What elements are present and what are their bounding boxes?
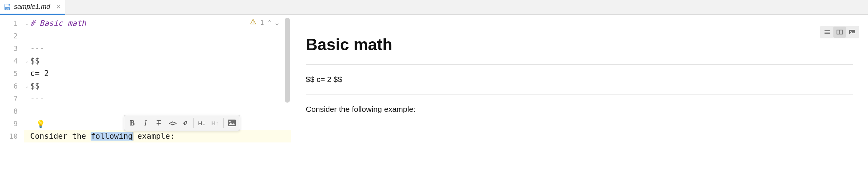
line-number: 7 xyxy=(0,92,18,105)
code-area[interactable]: # Basic math --- $$ c= 2 $$ --- Consider… xyxy=(29,15,291,186)
strikethrough-button[interactable]: T xyxy=(152,116,165,130)
svg-point-13 xyxy=(850,31,851,32)
line-number-gutter: 1 2 3 4 5 6 7 8 9 10 xyxy=(0,15,24,186)
fold-column: ⌄ ⌄ ⌄ xyxy=(24,15,29,186)
preview-math: $$ c= 2 $$ xyxy=(306,75,853,84)
preview-paragraph: Consider the following example: xyxy=(306,105,853,114)
lightbulb-icon[interactable]: 💡 xyxy=(36,120,45,128)
preview-view-toggle xyxy=(820,26,859,38)
text-selection: following xyxy=(91,132,133,141)
line-number: 4 xyxy=(0,55,18,67)
code-line[interactable]: $$ xyxy=(29,55,291,67)
toolbar-separator xyxy=(223,118,224,128)
tab-bar: MD sample1.md ✕ xyxy=(0,0,868,15)
line-number: 2 xyxy=(0,30,18,42)
code-line[interactable]: --- xyxy=(29,92,291,105)
tab-filename: sample1.md xyxy=(14,3,50,11)
svg-text:MD: MD xyxy=(6,7,9,10)
heading-up-button[interactable]: H↑ xyxy=(209,116,222,130)
link-button[interactable] xyxy=(179,116,192,130)
fold-marker[interactable]: ⌄ xyxy=(24,80,29,92)
svg-rect-5 xyxy=(228,120,236,126)
svg-rect-4 xyxy=(253,23,253,24)
line-number: 3 xyxy=(0,42,18,55)
format-toolbar: B I T <> H↓ H↑ xyxy=(124,115,240,131)
editor-scrollbar[interactable] xyxy=(285,18,290,103)
line-number: 5 xyxy=(0,67,18,80)
markdown-file-icon: MD xyxy=(4,4,11,10)
bold-button[interactable]: B xyxy=(126,116,139,130)
preview-heading: Basic math xyxy=(306,35,853,54)
line-number: 10 xyxy=(0,130,18,142)
image-button[interactable] xyxy=(225,116,238,130)
fold-marker[interactable]: ⌄ xyxy=(24,17,29,30)
line-number: 8 xyxy=(0,105,18,117)
close-tab-icon[interactable]: ✕ xyxy=(56,3,61,10)
preview-pane: Basic math $$ c= 2 $$ Consider the follo… xyxy=(291,15,868,186)
view-editor-only-button[interactable] xyxy=(821,27,833,38)
line-number: 6 xyxy=(0,80,18,92)
preview-rule xyxy=(306,94,853,94)
svg-rect-3 xyxy=(253,21,253,23)
next-problem-icon[interactable]: ⌄ xyxy=(275,19,279,26)
editor-tab[interactable]: MD sample1.md ✕ xyxy=(0,0,65,15)
prev-problem-icon[interactable]: ⌃ xyxy=(268,19,272,26)
code-line[interactable]: --- xyxy=(29,42,291,55)
main-split: 1 2 3 4 5 6 7 8 9 10 ⌄ ⌄ ⌄ # Basic math xyxy=(0,15,868,186)
view-split-button[interactable] xyxy=(833,27,846,38)
code-line[interactable]: $$ xyxy=(29,80,291,92)
italic-button[interactable]: I xyxy=(139,116,152,130)
heading-down-button[interactable]: H↓ xyxy=(195,116,209,130)
preview-content: Basic math $$ c= 2 $$ Consider the follo… xyxy=(306,35,853,114)
code-button[interactable]: <> xyxy=(165,116,179,130)
line-number: 1 xyxy=(0,17,18,30)
warning-count: 1 xyxy=(260,19,264,26)
fold-marker[interactable]: ⌄ xyxy=(24,55,29,67)
inspection-widget[interactable]: 1 ⌃ ⌄ xyxy=(250,18,279,27)
toolbar-separator xyxy=(193,118,194,128)
editor-pane: 1 2 3 4 5 6 7 8 9 10 ⌄ ⌄ ⌄ # Basic math xyxy=(0,15,291,186)
line-number: 9 xyxy=(0,117,18,130)
warning-icon xyxy=(250,18,256,27)
code-line[interactable] xyxy=(29,30,291,42)
code-line[interactable]: Consider the following example: xyxy=(29,130,291,142)
code-line[interactable]: c= 2 xyxy=(29,67,291,80)
svg-point-6 xyxy=(229,121,231,123)
preview-rule xyxy=(306,64,853,65)
view-preview-only-button[interactable] xyxy=(846,27,858,38)
